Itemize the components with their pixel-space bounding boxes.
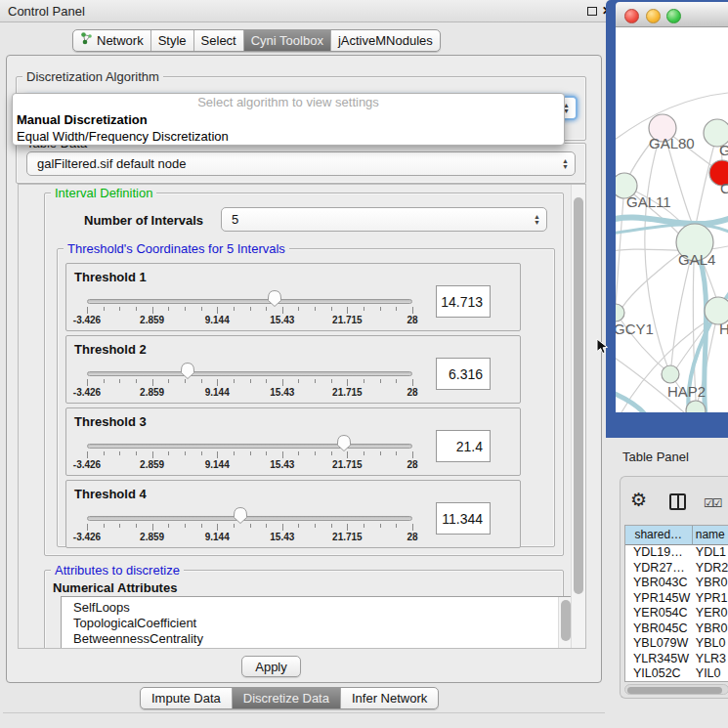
network-node-label: GAL80 — [649, 135, 695, 151]
table-column-header[interactable]: name — [693, 526, 728, 545]
tab-infer-network[interactable]: Infer Network — [341, 688, 438, 708]
network-node-label: GAL11 — [626, 193, 671, 210]
table-horizontal-scrollbar-thumb[interactable] — [627, 687, 722, 694]
zoom-traffic-light-icon[interactable] — [666, 9, 681, 23]
threshold-slider-track[interactable] — [87, 299, 412, 304]
slider-tick — [298, 524, 299, 528]
tab-discretize-data[interactable]: Discretize Data — [233, 688, 341, 708]
algorithm-option[interactable]: Equal Width/Frequency Discretization — [13, 128, 564, 145]
minimize-traffic-light-icon[interactable] — [646, 9, 661, 23]
tab-jactivemnodules[interactable]: jActiveMNodules — [331, 30, 440, 51]
slider-tick-label: 2.859 — [140, 459, 164, 470]
slider-tick — [396, 524, 397, 528]
threshold-value-field[interactable]: 6.316 — [436, 358, 491, 390]
threshold-slider-track[interactable] — [87, 516, 412, 521]
numerical-attributes-list[interactable]: SelfLoopsTopologicalCoefficientBetweenne… — [61, 596, 573, 649]
slider-tick-label: 2.859 — [140, 387, 164, 398]
table-data-combobox[interactable]: galFiltered.sif default node ▲▼ — [26, 151, 576, 176]
threshold-slider-knob[interactable] — [180, 362, 195, 380]
threshold-value-field[interactable]: 14.713 — [436, 285, 491, 318]
table-row[interactable]: YLR345WYLR3 — [625, 652, 728, 667]
settings-scrollbar-thumb[interactable] — [574, 197, 583, 594]
slider-tick — [217, 379, 218, 386]
threshold-slider-track[interactable] — [87, 371, 412, 376]
slider-tick — [364, 379, 364, 383]
table-row[interactable]: YBR043CYBR0 — [625, 576, 728, 591]
slider-tick-label: 28 — [407, 315, 417, 325]
tab-select[interactable]: Select — [194, 30, 244, 51]
attribute-list-item[interactable]: SelfLoops — [62, 600, 572, 616]
node-attribute-table[interactable]: shared…name YDL19…YDL1YDR27…YDR2YBR043CY… — [624, 525, 728, 682]
slider-tick-label: 9.144 — [205, 315, 230, 325]
split-columns-icon[interactable] — [669, 493, 686, 510]
network-edge-thick[interactable] — [616, 218, 728, 225]
attribute-list-item[interactable]: BetweennessCentrality — [62, 631, 572, 647]
attribute-list-item[interactable]: TopologicalCoefficient — [62, 616, 572, 631]
slider-tick — [412, 451, 413, 458]
table-horizontal-scrollbar[interactable] — [624, 684, 728, 695]
threshold-slider-knob[interactable] — [336, 434, 352, 452]
slider-tick-label: 9.144 — [205, 459, 230, 470]
slider-tick — [136, 307, 137, 311]
tab-cyni-toolbox[interactable]: Cyni Toolbox — [244, 30, 331, 51]
slider-tick — [298, 307, 299, 311]
threshold-value-field[interactable]: 11.344 — [436, 502, 491, 535]
table-column-header[interactable]: shared… — [625, 526, 693, 545]
threshold-label: Threshold 1 — [74, 270, 147, 284]
table-data-group: Table Data galFiltered.sif default node … — [16, 143, 586, 184]
threshold-value-field[interactable]: 21.4 — [436, 430, 491, 462]
slider-tick — [282, 379, 283, 386]
table-row[interactable]: YDR27…YDR2 — [625, 561, 728, 577]
number-of-intervals-combobox[interactable]: 5 ▲▼ — [221, 207, 547, 232]
settings-scrollbar[interactable] — [571, 185, 585, 648]
network-node-label: HAP2 — [667, 383, 706, 400]
slider-tick — [380, 451, 381, 455]
table-cell: YBL0 — [693, 636, 728, 652]
threshold-slider-knob[interactable] — [233, 506, 248, 525]
tab-network[interactable]: Network — [73, 30, 151, 51]
combo-stepper-icon: ▲▼ — [562, 158, 569, 170]
network-edge[interactable] — [616, 186, 624, 305]
tab-label: Impute Data — [151, 688, 221, 708]
tab-impute-data[interactable]: Impute Data — [141, 688, 233, 708]
table-cell: YBR0 — [693, 576, 728, 591]
slider-tick — [364, 451, 364, 455]
table-row[interactable]: YBL079WYBL0 — [625, 636, 728, 652]
slider-tick — [168, 307, 169, 311]
attributes-list-scrollbar[interactable] — [558, 597, 572, 649]
slider-tick — [331, 307, 332, 311]
close-traffic-light-icon[interactable] — [624, 9, 639, 23]
float-window-icon[interactable] — [587, 7, 597, 16]
network-canvas[interactable]: GAL80GCGAL11GAL4GCY1HHAP2 — [616, 27, 728, 412]
threshold-panel: Threshold 3 21.4 -3.4262.8599.14415.4321… — [65, 407, 521, 476]
network-node-label: GCY1 — [616, 321, 654, 337]
slider-tick — [87, 379, 88, 386]
slider-tick — [412, 307, 413, 314]
slider-tick — [104, 451, 105, 455]
gear-icon[interactable]: ⚙ — [630, 489, 647, 511]
table-cell: YLR345W — [625, 652, 693, 667]
network-edge[interactable] — [645, 128, 670, 374]
attributes-list-scrollbar-thumb[interactable] — [561, 600, 571, 641]
threshold-slider-track[interactable] — [87, 444, 412, 449]
network-node[interactable] — [662, 365, 679, 383]
network-window-titlebar[interactable] — [616, 2, 728, 27]
network-node-label: GAL4 — [678, 251, 715, 268]
threshold-slider-knob[interactable] — [267, 289, 282, 308]
algorithm-option[interactable]: Manual Discretization — [13, 111, 564, 128]
select-columns-icon[interactable]: ☑☑ — [704, 496, 721, 510]
tab-style[interactable]: Style — [151, 30, 194, 51]
network-edge-thick[interactable] — [616, 389, 645, 412]
table-cell: YDR27… — [625, 561, 693, 577]
table-cell: YPR1 — [693, 591, 728, 607]
slider-tick-label: 15.43 — [270, 532, 294, 542]
table-row[interactable]: YPR145WYPR1 — [625, 591, 728, 607]
table-row[interactable]: YDL19…YDL1 — [625, 545, 728, 561]
tab-label: Cyni Toolbox — [251, 30, 323, 51]
table-row[interactable]: YIL052CYIL0 — [625, 666, 728, 682]
slider-tick — [119, 524, 120, 528]
table-row[interactable]: YER054CYER0 — [625, 606, 728, 621]
slider-tick — [152, 451, 153, 458]
apply-button[interactable]: Apply — [241, 656, 301, 677]
table-row[interactable]: YBR045CYBR0 — [625, 621, 728, 637]
